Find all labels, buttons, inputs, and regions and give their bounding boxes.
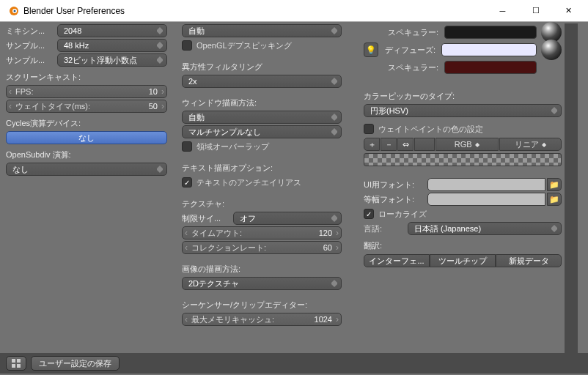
translate-segments: インターフェ... ツールチップ 新規データ: [364, 254, 562, 267]
opengl-depth-label: OpenGLデプスピッキング: [196, 40, 292, 51]
ui-font-browse-button[interactable]: 📁: [547, 178, 562, 191]
text-aa-label: テキストのアンチエイリアス: [196, 177, 301, 188]
translate-label: 翻訳:: [364, 239, 562, 253]
img-draw-label: 画像の描画方法:: [182, 262, 342, 276]
window-draw-dropdown[interactable]: 自動: [182, 111, 342, 124]
mono-font-field[interactable]: [427, 193, 545, 206]
multisample-dropdown[interactable]: マルチサンプルなし: [182, 125, 342, 138]
lang-label: 言語:: [364, 223, 408, 234]
weight-paint-checkbox[interactable]: [364, 124, 374, 134]
translate-newdata-button[interactable]: 新規データ: [496, 254, 562, 267]
color-picker-dropdown[interactable]: 円形(HSV): [364, 104, 562, 117]
ui-font-label: UI用フォント:: [364, 179, 426, 190]
translate-tooltip-button[interactable]: ツールチップ: [430, 254, 496, 267]
color-toolbar: ＋ － ⇔ RGB◆ リニア◆: [364, 138, 562, 151]
specular1-swatch[interactable]: [444, 26, 537, 39]
diffuse-swatch[interactable]: [441, 43, 537, 56]
screencast-label: スクリーンキャスト:: [6, 70, 167, 84]
save-prefs-button[interactable]: ユーザー設定の保存: [31, 356, 120, 371]
sequencer-label: シーケンサー/クリップエディター:: [182, 298, 342, 312]
light-toggle[interactable]: 💡: [364, 42, 378, 57]
color-picker-label: カラーピッカーのタイプ:: [364, 89, 562, 103]
titlebar: Blender User Preferences ─ ☐ ✕: [0, 0, 588, 22]
svg-rect-5: [12, 364, 15, 368]
folder-icon: 📁: [549, 180, 559, 190]
blender-icon: [7, 5, 19, 17]
svg-rect-4: [17, 359, 21, 363]
region-overlap-label: 領域オーバーラップ: [196, 141, 269, 152]
close-button[interactable]: ✕: [552, 0, 585, 21]
translate-interface-button[interactable]: インターフェ...: [364, 254, 430, 267]
footer: ユーザー設定の保存: [0, 353, 588, 374]
ui-font-field[interactable]: [427, 178, 545, 191]
opengl-depth-checkbox[interactable]: [182, 40, 192, 51]
cycles-label: Cycles演算デバイス:: [6, 116, 167, 130]
fps-field[interactable]: FPS:10: [6, 85, 167, 98]
text-aa-checkbox[interactable]: [182, 177, 192, 188]
text-opts-label: テキスト描画オプション:: [182, 161, 342, 175]
preview-sphere-2: [541, 40, 562, 60]
opensubdiv-label: OpenSubdiv 演算:: [6, 148, 167, 162]
spacer-button[interactable]: [414, 138, 435, 151]
mono-font-label: 等幅フォント:: [364, 194, 426, 205]
remove-color-button[interactable]: －: [381, 138, 397, 151]
lang-dropdown[interactable]: 日本語 (Japanese): [408, 222, 562, 235]
maximize-button[interactable]: ☐: [519, 0, 552, 21]
specular1-label: スペキュラー:: [386, 27, 444, 38]
region-overlap-checkbox[interactable]: [182, 141, 192, 152]
specular2-swatch[interactable]: [444, 61, 537, 74]
wait-timer-field[interactable]: ウェイトタイマ(ms):50: [6, 100, 167, 113]
timeout-field[interactable]: タイムアウト:120: [182, 226, 342, 240]
add-color-button[interactable]: ＋: [364, 138, 380, 151]
auto-dropdown-1[interactable]: 自動: [182, 24, 342, 37]
mixing-label: ミキシン...: [6, 26, 57, 37]
column-2: 自動 OpenGLデプスピッキング 異方性フィルタリング 2x ウィンドウ描画方…: [182, 23, 342, 353]
content-area: ミキシン...2048 サンプル...48 kHz サンプル...32ビット浮動…: [0, 22, 588, 353]
localize-checkbox[interactable]: [364, 209, 374, 219]
scrollbar[interactable]: [565, 23, 578, 353]
rgb-mode-button[interactable]: RGB◆: [436, 138, 499, 151]
folder-icon: 📁: [549, 195, 559, 204]
localize-label: ローカライズ: [378, 209, 427, 220]
sample-rate-label: サンプル...: [6, 40, 57, 51]
window-title: Blender User Preferences: [23, 6, 486, 16]
specular2-label: スペキュラー:: [386, 62, 444, 73]
texture-label: テクスチャ:: [182, 197, 342, 211]
swap-color-button[interactable]: ⇔: [397, 138, 414, 151]
limit-label: 制限サイ...: [182, 213, 233, 224]
aniso-dropdown[interactable]: 2x: [182, 75, 342, 88]
aniso-label: 異方性フィルタリング: [182, 60, 342, 74]
svg-rect-3: [12, 359, 15, 363]
weight-paint-label: ウェイトペイントの色の設定: [378, 124, 483, 135]
svg-point-2: [14, 10, 16, 12]
sample-format-label: サンプル...: [6, 55, 57, 66]
sample-format-dropdown[interactable]: 32ビット浮動小数点: [57, 53, 167, 67]
column-1: ミキシン...2048 サンプル...48 kHz サンプル...32ビット浮動…: [6, 23, 167, 353]
collection-rate-field[interactable]: コレクションレート:60: [182, 241, 342, 254]
max-memory-cache-field[interactable]: 最大メモリキャッシュ:1024: [182, 313, 342, 326]
footer-menu-button[interactable]: [6, 356, 26, 371]
window-draw-label: ウィンドウ描画方法:: [182, 96, 342, 110]
cycles-none-button[interactable]: なし: [6, 131, 167, 144]
opensubdiv-dropdown[interactable]: なし: [6, 163, 167, 176]
limit-dropdown[interactable]: オフ: [233, 212, 342, 225]
sample-rate-dropdown[interactable]: 48 kHz: [57, 39, 167, 52]
img-draw-dropdown[interactable]: 2Dテクスチャ: [182, 277, 342, 290]
svg-rect-6: [17, 364, 21, 368]
mixing-dropdown[interactable]: 2048: [57, 24, 167, 37]
mono-font-browse-button[interactable]: 📁: [547, 193, 562, 206]
linear-mode-button[interactable]: リニア◆: [499, 138, 562, 151]
column-3: スペキュラー: 💡 ディフューズ: スペキュラー: カラーピッカーのタイプ: 円…: [364, 23, 562, 353]
gradient-preview[interactable]: [364, 153, 562, 166]
minimize-button[interactable]: ─: [486, 0, 519, 21]
diffuse-label: ディフューズ:: [383, 45, 441, 56]
